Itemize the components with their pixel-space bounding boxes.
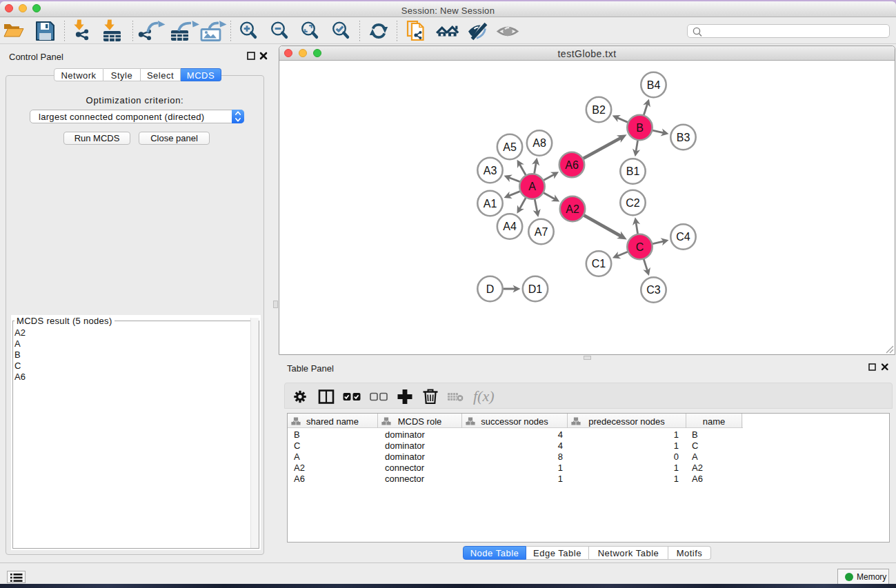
svg-text:A8: A8 — [532, 137, 546, 149]
svg-text:C1: C1 — [592, 258, 606, 270]
svg-text:A2: A2 — [566, 203, 579, 215]
svg-text:A4: A4 — [503, 221, 517, 232]
svg-text:B2: B2 — [592, 104, 606, 116]
svg-text:A6: A6 — [565, 159, 579, 171]
svg-text:D1: D1 — [528, 283, 543, 295]
svg-text:A3: A3 — [484, 165, 497, 176]
svg-text:B: B — [636, 122, 644, 134]
svg-text:f(x): f(x) — [473, 387, 495, 405]
svg-text:C4: C4 — [676, 231, 690, 243]
svg-text:B4: B4 — [647, 79, 661, 91]
svg-text:C2: C2 — [626, 197, 640, 209]
svg-text:A: A — [528, 181, 536, 192]
svg-text:A5: A5 — [503, 141, 517, 153]
svg-text:B1: B1 — [626, 165, 640, 177]
svg-text:C: C — [636, 241, 644, 253]
svg-text:A1: A1 — [484, 198, 497, 210]
svg-text:B3: B3 — [677, 132, 690, 143]
svg-text:A7: A7 — [535, 226, 548, 238]
svg-text:D: D — [486, 283, 495, 295]
svg-text:C3: C3 — [646, 284, 661, 296]
